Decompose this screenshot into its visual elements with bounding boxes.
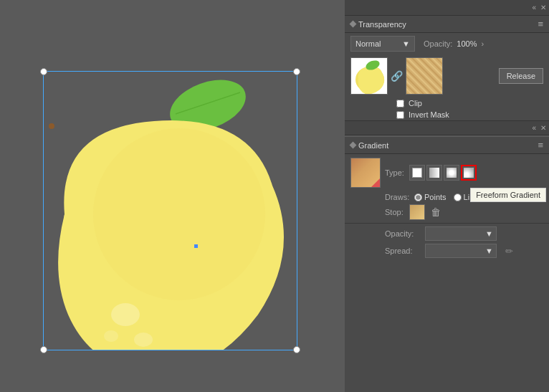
svg-point-4 bbox=[134, 333, 153, 347]
artboard bbox=[29, 32, 308, 361]
gradient-title: Gradient bbox=[350, 141, 388, 150]
gradient-type-row: Type: bbox=[345, 154, 549, 191]
type-buttons-group bbox=[409, 165, 477, 181]
draws-lines-radio[interactable] bbox=[454, 193, 462, 201]
blend-mode-value: Normal bbox=[355, 39, 381, 48]
thumbnail-row: 🔗 Release bbox=[345, 54, 549, 97]
gradient-panel-top-bar: « ✕ bbox=[345, 121, 549, 135]
pencil-icon[interactable]: ✏ bbox=[505, 246, 513, 257]
close-gradient-icon[interactable]: ✕ bbox=[540, 124, 546, 132]
gradient-opacity-chevron: ▼ bbox=[485, 229, 493, 238]
draws-label: Draws: bbox=[385, 193, 410, 201]
transparency-title: Transparency bbox=[350, 20, 406, 29]
gradient-spread-chevron: ▼ bbox=[485, 247, 493, 255]
brown-dot bbox=[49, 123, 54, 129]
draws-row: Draws: Points Lines bbox=[345, 191, 549, 203]
collapse-gradient-icon[interactable]: « bbox=[532, 124, 536, 132]
gradient-spread-label: Spread: bbox=[385, 247, 421, 255]
invert-mask-row: Invert Mask bbox=[345, 109, 549, 120]
blend-mode-chevron: ▼ bbox=[402, 39, 410, 48]
gradient-spread-row: Spread: ▼ ✏ bbox=[345, 242, 549, 259]
stops-label: Stop: bbox=[385, 208, 405, 216]
clip-row: Clip bbox=[345, 97, 549, 109]
gradient-panel: Gradient ≡ Type: bbox=[345, 137, 549, 392]
draws-radio-group: Points Lines bbox=[414, 193, 482, 201]
transparency-diamond-icon bbox=[350, 21, 357, 28]
opacity-chevron[interactable]: › bbox=[482, 39, 484, 48]
blend-opacity-row: Normal ▼ Opacity: 100% › bbox=[345, 33, 549, 54]
delete-stop-button[interactable]: 🗑 bbox=[429, 205, 442, 219]
transparency-panel-header: Transparency ≡ bbox=[345, 16, 549, 33]
clip-label: Clip bbox=[409, 99, 422, 107]
draws-points-label: Points bbox=[424, 193, 447, 201]
gradient-spread-dropdown[interactable]: ▼ bbox=[425, 244, 497, 258]
panels-top-bar: « ✕ bbox=[345, 0, 549, 16]
close-panels-icon[interactable]: ✕ bbox=[540, 4, 546, 11]
draws-lines-label: Lines bbox=[464, 193, 482, 201]
gradient-panel-header: Gradient ≡ bbox=[345, 137, 549, 154]
gradient-opacity-row: Opacity: ▼ bbox=[345, 225, 549, 242]
opacity-label: Opacity: bbox=[424, 39, 452, 48]
type-none-button[interactable] bbox=[409, 165, 425, 181]
invert-mask-checkbox[interactable] bbox=[396, 111, 404, 119]
link-icon[interactable]: 🔗 bbox=[391, 70, 403, 82]
canvas-area bbox=[0, 0, 337, 392]
opacity-value: 100% bbox=[457, 39, 477, 48]
object-thumbnail[interactable] bbox=[350, 57, 388, 95]
type-linear-button[interactable] bbox=[426, 165, 442, 181]
gradient-divider bbox=[345, 223, 549, 224]
right-panels: « ✕ Transparency ≡ Normal ▼ Opacity: 100… bbox=[345, 0, 549, 392]
svg-point-6 bbox=[93, 128, 265, 300]
invert-mask-label: Invert Mask bbox=[409, 110, 449, 119]
clip-checkbox[interactable] bbox=[396, 100, 404, 107]
transparency-panel: Transparency ≡ Normal ▼ Opacity: 100% › bbox=[345, 16, 549, 121]
draws-lines-option[interactable]: Lines bbox=[454, 193, 482, 201]
gradient-menu-icon[interactable]: ≡ bbox=[538, 140, 543, 150]
gradient-preview-swatch[interactable] bbox=[350, 158, 381, 188]
draws-points-option[interactable]: Points bbox=[414, 193, 447, 201]
transparency-menu-icon[interactable]: ≡ bbox=[538, 19, 543, 29]
type-freeform-button[interactable] bbox=[461, 165, 477, 181]
blend-mode-dropdown[interactable]: Normal ▼ bbox=[350, 36, 415, 52]
svg-point-5 bbox=[104, 330, 118, 342]
mask-thumbnail[interactable] bbox=[406, 57, 443, 95]
svg-rect-7 bbox=[194, 244, 198, 248]
type-radial-button[interactable] bbox=[444, 165, 459, 181]
gradient-opacity-label: Opacity: bbox=[385, 229, 421, 238]
type-label: Type: bbox=[385, 168, 405, 177]
gradient-diamond-icon bbox=[350, 142, 357, 149]
transparency-title-label: Transparency bbox=[358, 20, 406, 29]
stops-row: Stop: 🗑 bbox=[345, 203, 549, 221]
svg-point-3 bbox=[111, 303, 140, 326]
gradient-opacity-dropdown[interactable]: ▼ bbox=[425, 226, 497, 241]
gradient-title-label: Gradient bbox=[358, 141, 388, 150]
release-button[interactable]: Release bbox=[499, 68, 543, 84]
draws-points-radio[interactable] bbox=[414, 193, 422, 201]
stop-color-swatch[interactable] bbox=[409, 204, 425, 220]
collapse-panels-icon[interactable]: « bbox=[532, 4, 536, 11]
lemon-illustration bbox=[43, 71, 297, 350]
